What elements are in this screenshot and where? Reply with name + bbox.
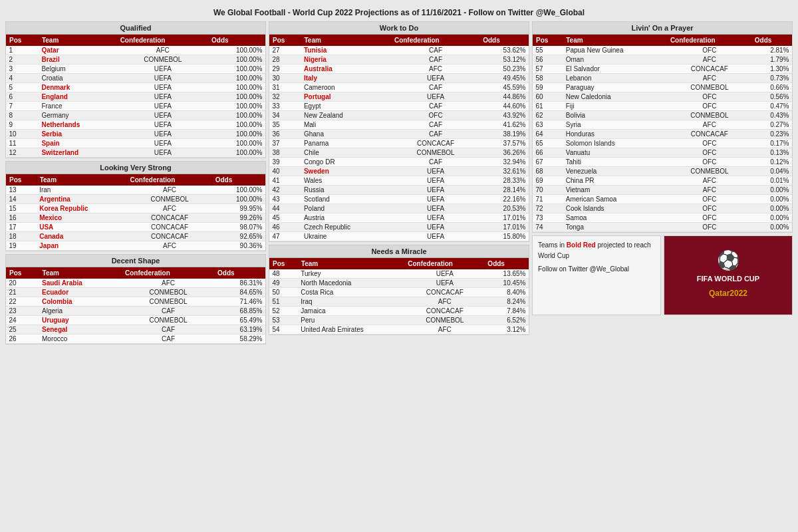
table-row: 22ColombiaCONMEBOL71.46% [7, 297, 265, 307]
cell-confederation: UEFA [117, 120, 208, 130]
cell-odds: 98.07% [212, 223, 265, 232]
needs-miracle-section: Needs a Miracle Pos Team Confederation O… [269, 245, 529, 335]
table-row: 54United Arab EmiratesAFC3.12% [270, 325, 529, 334]
note-line2: Follow on Twitter @We_Global [538, 264, 655, 275]
cell-confederation: UEFA [117, 130, 208, 139]
cell-confederation: CONCACAF [127, 223, 212, 232]
cell-odds: 28.33% [480, 176, 529, 186]
cell-team: Tahiti [563, 158, 668, 167]
cell-confederation: OFC [667, 92, 751, 102]
cell-odds: 0.00% [751, 223, 791, 232]
cell-team: Argentina [37, 195, 127, 204]
table-row: 37PanamaCONCACAF37.57% [270, 139, 529, 148]
cell-confederation: UEFA [117, 83, 208, 92]
cell-odds: 0.73% [751, 74, 791, 83]
cell-pos: 30 [270, 74, 301, 83]
table-row: 7FranceUEFA100.00% [7, 102, 265, 111]
cell-confederation: OFC [391, 111, 479, 120]
table-row: 55Papua New GuineaOFC2.81% [533, 46, 792, 55]
cell-pos: 46 [270, 223, 301, 232]
cell-pos: 10 [7, 130, 39, 139]
table-row: 56OmanAFC1.79% [533, 55, 792, 65]
cell-team: Honduras [563, 130, 668, 139]
cell-pos: 73 [533, 213, 563, 223]
cell-pos: 55 [533, 46, 563, 55]
table-row: 71American SamoaOFC0.00% [533, 195, 792, 204]
cell-odds: 0.17% [751, 139, 791, 148]
cell-team: Portugal [301, 92, 391, 102]
page-title: We Global Football - World Cup 2022 Proj… [5, 5, 793, 21]
table-row: 40SwedenUEFA32.61% [270, 167, 529, 176]
cell-team: Algeria [39, 307, 122, 316]
table-row: 39Congo DRCAF32.94% [270, 158, 529, 167]
cell-team: Cameroon [301, 83, 391, 92]
cell-odds: 50.23% [480, 65, 529, 74]
cell-pos: 2 [7, 55, 39, 65]
ds-col-team: Team [39, 268, 122, 279]
cell-pos: 74 [533, 223, 563, 232]
cell-team: Canada [37, 232, 127, 241]
wtd-col-conf: Confederation [391, 35, 479, 46]
cell-pos: 25 [7, 325, 40, 334]
cell-confederation: AFC [405, 325, 485, 334]
cell-team: Mali [301, 120, 391, 130]
cell-confederation: UEFA [391, 213, 479, 223]
cell-confederation: CAF [391, 158, 479, 167]
cell-pos: 19 [7, 241, 37, 251]
cell-odds: 0.56% [751, 92, 791, 102]
cell-team: Colombia [39, 297, 122, 307]
cell-pos: 5 [7, 83, 39, 92]
cell-pos: 51 [270, 297, 299, 307]
cell-confederation: OFC [667, 195, 751, 204]
table-row: 59ParaguayCONMEBOL0.66% [533, 83, 792, 92]
table-row: 41WalesUEFA28.33% [270, 176, 529, 186]
world-cup-logo: ⚽ FIFA WORLD CUP Qatar2022 [664, 235, 793, 315]
table-row: 73SamoaOFC0.00% [533, 213, 792, 223]
cell-odds: 15.80% [480, 232, 529, 241]
table-row: 64HondurasCONCACAF0.23% [533, 130, 792, 139]
decent-shape-header: Decent Shape [6, 255, 265, 267]
cell-team: Paraguay [563, 83, 668, 92]
lp-col-pos: Pos [533, 35, 563, 46]
table-row: 13IranAFC100.00% [7, 186, 265, 195]
cell-odds: 43.92% [480, 111, 529, 120]
cell-confederation: CAF [391, 55, 479, 65]
cell-pos: 53 [270, 316, 299, 325]
cell-pos: 49 [270, 279, 299, 288]
cell-odds: 100.00% [209, 139, 265, 148]
cell-odds: 8.24% [485, 297, 529, 307]
table-row: 30ItalyUEFA49.45% [270, 74, 529, 83]
note-bold-red: Bold Red [567, 241, 596, 249]
table-row: 61FijiOFC0.47% [533, 102, 792, 111]
cell-pos: 21 [7, 288, 40, 297]
table-row: 52JamaicaCONCACAF7.84% [270, 307, 529, 316]
cell-odds: 100.00% [212, 186, 265, 195]
cell-confederation: AFC [127, 186, 212, 195]
cell-odds: 92.65% [212, 232, 265, 241]
cell-pos: 40 [270, 167, 301, 176]
lp-col-odds: Odds [751, 35, 791, 46]
cell-odds: 99.95% [212, 204, 265, 213]
cell-confederation: OFC [667, 148, 751, 158]
work-to-do-section: Work to Do Pos Team Confederation Odds 2… [269, 21, 529, 242]
table-row: 66VanuatuOFC0.13% [533, 148, 792, 158]
table-row: 17USACONCACAF98.07% [7, 223, 265, 232]
cell-team: Austria [301, 213, 391, 223]
cell-pos: 72 [533, 204, 563, 213]
cell-team: USA [37, 223, 127, 232]
cell-pos: 13 [7, 186, 37, 195]
table-row: 31CameroonCAF45.59% [270, 83, 529, 92]
cell-confederation: UEFA [117, 92, 208, 102]
cell-confederation: UEFA [391, 195, 479, 204]
cell-confederation: CAF [391, 102, 479, 111]
table-row: 32PortugalUEFA44.86% [270, 92, 529, 102]
cell-odds: 0.12% [751, 158, 791, 167]
cell-confederation: OFC [667, 158, 751, 167]
cell-team: Tunisia [301, 46, 391, 55]
cell-odds: 0.00% [751, 186, 791, 195]
cell-odds: 36.26% [480, 148, 529, 158]
table-row: 60New CaledoniaOFC0.56% [533, 92, 792, 102]
cell-pos: 37 [270, 139, 301, 148]
cell-odds: 100.00% [209, 102, 265, 111]
cell-team: Venezuela [563, 167, 668, 176]
